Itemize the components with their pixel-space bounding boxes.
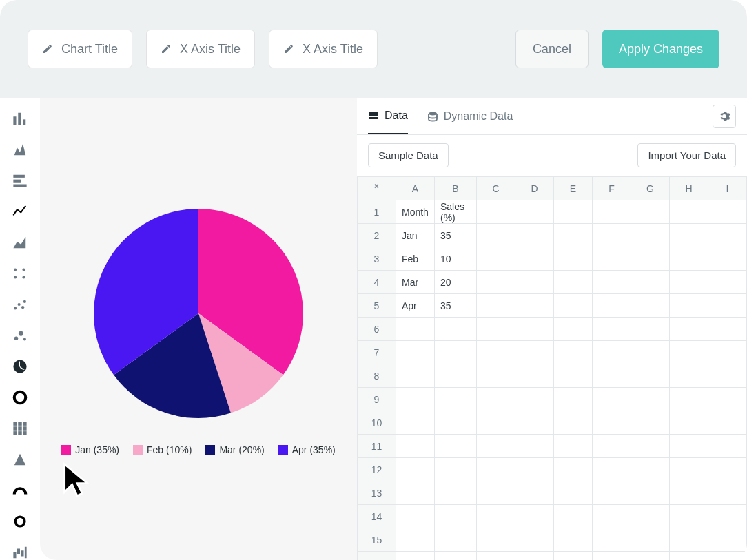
cell-G13[interactable]	[631, 481, 670, 505]
cell-A2[interactable]: Jan	[396, 224, 435, 247]
cell-I5[interactable]	[708, 294, 747, 318]
cell-H4[interactable]	[670, 271, 708, 294]
row-header-11[interactable]: 11	[358, 435, 396, 458]
chart-title-input[interactable]: Chart Title	[28, 30, 132, 68]
cell-B15[interactable]	[435, 528, 477, 552]
column-header-B[interactable]: B	[435, 177, 477, 200]
cell-A1[interactable]: Month	[396, 200, 435, 224]
cell-A9[interactable]	[396, 388, 435, 411]
cell-H13[interactable]	[670, 481, 708, 505]
column-header-C[interactable]: C	[477, 177, 515, 200]
cell-B14[interactable]	[435, 505, 477, 528]
x-axis-title-input-1[interactable]: X Axis Title	[146, 30, 255, 68]
cell-B13[interactable]	[435, 481, 477, 505]
cell-G2[interactable]	[631, 224, 670, 247]
cell-I8[interactable]	[708, 364, 747, 388]
cell-G5[interactable]	[631, 294, 670, 318]
cell-B11[interactable]	[435, 435, 477, 458]
row-header-15[interactable]: 15	[358, 528, 396, 552]
sidebar-item-scatter[interactable]	[12, 296, 28, 312]
cell-C3[interactable]	[477, 247, 515, 271]
cell-G1[interactable]	[631, 200, 670, 224]
cell-C5[interactable]	[477, 294, 515, 318]
row-header-14[interactable]: 14	[358, 505, 396, 528]
cell-F1[interactable]	[593, 200, 631, 224]
cell-E14[interactable]	[554, 505, 593, 528]
cell-E5[interactable]	[554, 294, 593, 318]
cell-C13[interactable]	[477, 481, 515, 505]
row-header-7[interactable]: 7	[358, 341, 396, 364]
cell-A6[interactable]	[396, 318, 435, 341]
cell-C4[interactable]	[477, 271, 515, 294]
cell-D11[interactable]	[515, 435, 554, 458]
cell-G10[interactable]	[631, 411, 670, 435]
import-data-button[interactable]: Import Your Data	[637, 143, 736, 167]
cell-H3[interactable]	[670, 247, 708, 271]
cell-C12[interactable]	[477, 458, 515, 481]
cell-B7[interactable]	[435, 341, 477, 364]
cell-H10[interactable]	[670, 411, 708, 435]
cell-H11[interactable]	[670, 435, 708, 458]
cell-H16[interactable]	[670, 552, 708, 561]
cell-C15[interactable]	[477, 528, 515, 552]
cell-A5[interactable]: Apr	[396, 294, 435, 318]
cell-D7[interactable]	[515, 341, 554, 364]
cell-D6[interactable]	[515, 318, 554, 341]
cell-D9[interactable]	[515, 388, 554, 411]
cell-F3[interactable]	[593, 247, 631, 271]
sidebar-item-pie-chart[interactable]	[12, 358, 28, 374]
settings-button[interactable]	[713, 105, 736, 128]
cell-C10[interactable]	[477, 411, 515, 435]
cell-E15[interactable]	[554, 528, 593, 552]
cell-B1[interactable]: Sales (%)	[435, 200, 477, 224]
cell-I6[interactable]	[708, 318, 747, 341]
cell-D1[interactable]	[515, 200, 554, 224]
cell-G14[interactable]	[631, 505, 670, 528]
cell-H6[interactable]	[670, 318, 708, 341]
cell-D3[interactable]	[515, 247, 554, 271]
cell-F11[interactable]	[593, 435, 631, 458]
cell-C6[interactable]	[477, 318, 515, 341]
column-header-I[interactable]: I	[708, 177, 747, 200]
cell-E3[interactable]	[554, 247, 593, 271]
sidebar-item-waterfall[interactable]	[12, 544, 28, 560]
cell-F5[interactable]	[593, 294, 631, 318]
row-header-13[interactable]: 13	[358, 481, 396, 505]
sidebar-item-pyramid[interactable]	[12, 451, 28, 467]
cell-D12[interactable]	[515, 458, 554, 481]
cell-C16[interactable]	[477, 552, 515, 561]
cell-F16[interactable]	[593, 552, 631, 561]
cell-E1[interactable]	[554, 200, 593, 224]
sidebar-item-horizontal-bar[interactable]	[12, 172, 28, 188]
cell-F10[interactable]	[593, 411, 631, 435]
cell-I1[interactable]	[708, 200, 747, 224]
sidebar-item-line-chart[interactable]	[12, 203, 28, 219]
sidebar-item-column-chart[interactable]	[12, 141, 28, 157]
cell-E10[interactable]	[554, 411, 593, 435]
cell-H5[interactable]	[670, 294, 708, 318]
cell-A11[interactable]	[396, 435, 435, 458]
cell-G8[interactable]	[631, 364, 670, 388]
cell-F7[interactable]	[593, 341, 631, 364]
cell-I2[interactable]	[708, 224, 747, 247]
sidebar-item-donut-chart[interactable]	[12, 389, 28, 405]
cell-I9[interactable]	[708, 388, 747, 411]
column-header-H[interactable]: H	[670, 177, 708, 200]
cell-B8[interactable]	[435, 364, 477, 388]
cell-H9[interactable]	[670, 388, 708, 411]
cell-F13[interactable]	[593, 481, 631, 505]
select-all-corner[interactable]	[358, 177, 396, 200]
cell-A12[interactable]	[396, 458, 435, 481]
sidebar-item-ring[interactable]	[12, 513, 28, 529]
cell-H12[interactable]	[670, 458, 708, 481]
sidebar-item-gauge[interactable]	[12, 482, 28, 498]
cell-E12[interactable]	[554, 458, 593, 481]
row-header-3[interactable]: 3	[358, 247, 396, 271]
cell-A13[interactable]	[396, 481, 435, 505]
spreadsheet[interactable]: ABCDEFGHI1MonthSales (%)2Jan353Feb104Mar…	[357, 176, 747, 560]
cell-D8[interactable]	[515, 364, 554, 388]
cell-B3[interactable]: 10	[435, 247, 477, 271]
cell-F6[interactable]	[593, 318, 631, 341]
cell-E4[interactable]	[554, 271, 593, 294]
cell-A7[interactable]	[396, 341, 435, 364]
